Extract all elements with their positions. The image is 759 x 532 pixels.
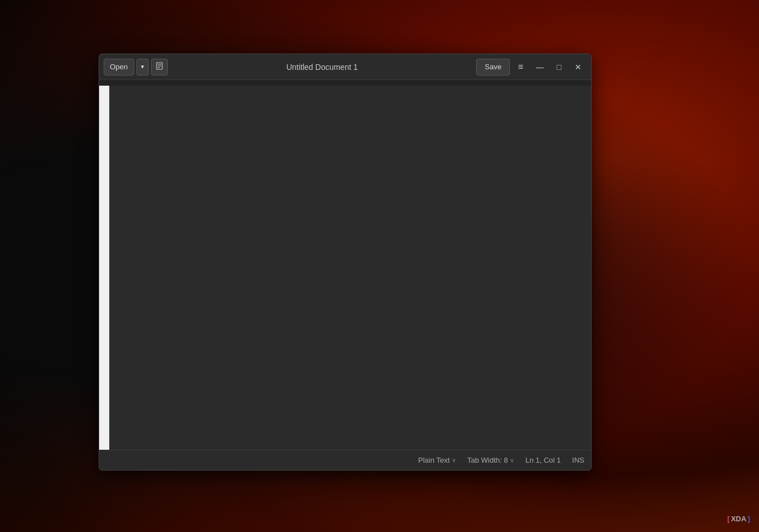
pin-icon	[156, 62, 163, 72]
editor-area	[99, 86, 591, 450]
open-dropdown-button[interactable]: ▾	[136, 59, 149, 76]
language-label: Plain Text	[418, 456, 450, 464]
close-icon: ✕	[575, 63, 582, 72]
menu-button[interactable]: ≡	[512, 59, 529, 76]
open-button[interactable]: Open	[104, 59, 134, 76]
close-button[interactable]: ✕	[570, 59, 587, 76]
tab-width-label: Tab Width: 8	[467, 456, 508, 464]
cursor-position: Ln 1, Col 1	[525, 456, 561, 464]
language-chevron-icon: ∨	[452, 457, 456, 463]
insert-mode: INS	[572, 456, 584, 464]
language-selector[interactable]: Plain Text ∨	[418, 456, 456, 464]
hamburger-icon: ≡	[518, 62, 523, 72]
xda-bracket-right: ]	[748, 515, 750, 523]
maximize-button[interactable]: □	[551, 59, 567, 76]
line-number-gutter	[99, 86, 109, 450]
status-bar: Plain Text ∨ Tab Width: 8 ∨ Ln 1, Col 1 …	[99, 450, 591, 470]
xda-text: XDA	[731, 515, 746, 523]
pin-button[interactable]	[151, 59, 168, 76]
minimize-icon: —	[536, 63, 544, 72]
window-title: Untitled Document 1	[286, 63, 358, 72]
xda-bracket-left: [	[727, 515, 730, 523]
mode-label: INS	[572, 456, 584, 464]
tab-width-selector[interactable]: Tab Width: 8 ∨	[467, 456, 514, 464]
tab-width-chevron-icon: ∨	[510, 457, 514, 463]
chevron-down-icon: ▾	[141, 63, 144, 70]
open-label: Open	[110, 63, 128, 71]
minimize-button[interactable]: —	[531, 59, 548, 76]
save-label: Save	[485, 63, 501, 71]
app-window: Open ▾ Untitled Document 1	[99, 54, 592, 471]
position-label: Ln 1, Col 1	[525, 456, 561, 464]
maximize-icon: □	[557, 63, 561, 72]
title-bar-left: Open ▾	[104, 59, 168, 76]
xda-logo: [ XDA ]	[727, 515, 750, 523]
title-bar-center: Untitled Document 1	[168, 63, 477, 72]
title-bar: Open ▾ Untitled Document 1	[99, 54, 591, 80]
title-bar-right: Save ≡ — □ ✕	[476, 59, 587, 76]
text-editor[interactable]	[109, 86, 591, 450]
save-button[interactable]: Save	[476, 59, 510, 76]
tab-bar	[99, 80, 591, 86]
